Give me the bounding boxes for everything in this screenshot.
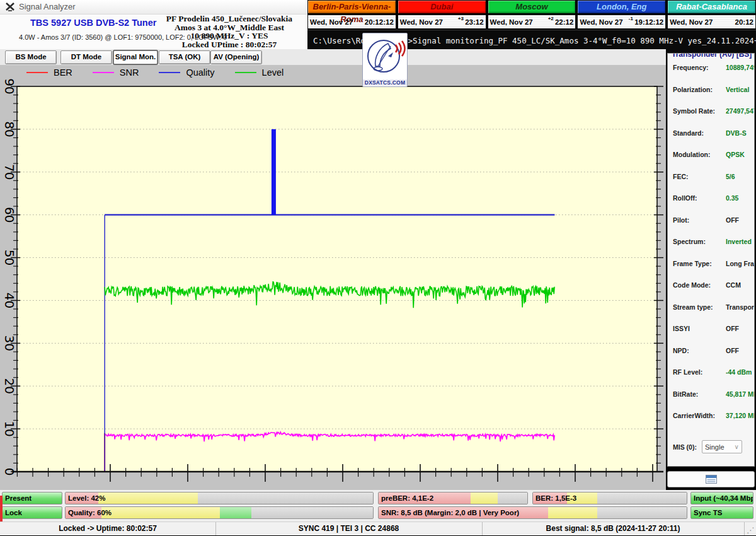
legend-item-snr: SNR xyxy=(93,67,139,78)
clock-city: Rabat-Casablanca xyxy=(667,0,756,14)
transponder-row-label: Code Mode: xyxy=(673,281,726,289)
transponder-row: CarrierWidth:37,120 MHz xyxy=(668,408,754,430)
gauge-segment-yellow xyxy=(548,507,597,518)
clock-city: Dubai xyxy=(398,0,486,14)
mis-label: MIS (0): xyxy=(673,443,697,451)
transponder-row-label: Polarization: xyxy=(673,86,726,93)
legend-swatch xyxy=(159,72,180,73)
legend-swatch xyxy=(235,72,256,73)
transponder-row: RF Level:-44 dBm xyxy=(668,364,754,387)
transponder-row-label: Symbol Rate: xyxy=(673,107,726,115)
dish-info-line4: Locked UPtime : 80:02:57 xyxy=(151,40,307,49)
transponder-row: FEC:5/6 xyxy=(668,169,754,191)
gauge-segment-yellow xyxy=(471,492,497,504)
transponder-row-value: 45,817 Mbit/s xyxy=(726,390,755,398)
resize-grip[interactable]: ⋰ xyxy=(747,526,754,535)
signal-chart-area: BERSNRQualityLevel 9080706050403020100 xyxy=(0,65,666,490)
status-bar: ⋰ Locked -> Uptime: 80:02:57SYNC 419 | T… xyxy=(0,521,756,535)
transponder-row: Spectrum:Inverted xyxy=(668,234,754,256)
transponder-row-label: CarrierWidth: xyxy=(673,412,726,419)
transponder-row: Code Mode:CCM xyxy=(668,277,754,300)
tab-signal-mon[interactable]: Signal Mon. xyxy=(113,50,158,64)
transponder-row: Stream type:Transport xyxy=(668,300,754,322)
gauge-segment-yellow xyxy=(101,507,220,518)
transponder-row-label: NPD: xyxy=(673,347,726,354)
clock-city: London, Eng xyxy=(577,0,666,14)
window-title: Signal Analyzer xyxy=(19,2,76,11)
legend-label: Quality xyxy=(186,67,214,78)
dish-info-line1: PF Prodelin 450_Lučenec/Slovakia xyxy=(151,15,307,23)
statusbar-section-2: SYNC 419 | TEI 3 | CC 24868 xyxy=(215,522,483,535)
svg-text:90: 90 xyxy=(2,78,17,94)
tab-dt-mode[interactable]: DT Mode xyxy=(60,50,112,64)
transponder-row: Frequency:10889,749 MHz xyxy=(668,60,754,82)
svg-text:50: 50 xyxy=(2,250,17,265)
clock-4: London, EngWed, Nov 27-1 19:12:12 xyxy=(577,0,666,30)
legend-label: Level xyxy=(262,67,284,78)
gauge-segment-gray xyxy=(251,507,373,518)
legend-item-quality: Quality xyxy=(159,67,214,78)
clock-datetime: Wed, Nov 2720:12 xyxy=(667,15,756,29)
transponder-row: NPD:OFF xyxy=(668,343,754,365)
transponder-panel: Transponder (A0) [BS] Frequency:10889,74… xyxy=(667,53,755,467)
tuner-name: TBS 5927 USB DVB-S2 Tuner xyxy=(30,18,156,28)
transponder-row-value: QPSK xyxy=(726,151,745,158)
transponder-row-value: Transport xyxy=(726,303,755,311)
transponder-row-label: FEC: xyxy=(673,173,726,180)
gauge-label: Quality: 60% xyxy=(68,507,112,518)
transponder-row-label: RF Level: xyxy=(673,368,726,376)
window-header: Signal Analyzer TBS 5927 USB DVB-S2 Tune… xyxy=(0,0,307,49)
title-bar: Signal Analyzer xyxy=(0,0,307,15)
gauge-input: Input (~40,34 Mbps) xyxy=(690,492,753,504)
transponder-row: Standard:DVB-S xyxy=(668,125,754,148)
svg-text:30: 30 xyxy=(2,335,17,351)
transponder-row-label: Modulation: xyxy=(673,151,726,158)
transponder-row-value: 10889,749 MHz xyxy=(726,64,755,71)
legend-swatch xyxy=(93,72,114,73)
tab-tsa-ok[interactable]: TSA (OK) xyxy=(159,50,210,64)
clock-5: Rabat-CasablancaWed, Nov 2720:12 xyxy=(667,0,756,30)
statusbar-section-1: Locked -> Uptime: 80:02:57 xyxy=(0,522,216,535)
transponder-row-value: 0.35 xyxy=(726,194,738,202)
chevron-down-icon: ∨ xyxy=(735,443,739,450)
gauge-ber: BER: 1,5E-3 xyxy=(532,492,687,504)
transponder-row-value: Long Frame xyxy=(726,260,755,267)
mis-select-value: Single xyxy=(705,443,724,451)
gauge-quality: Quality: 60% xyxy=(65,506,374,519)
transponder-row-value: OFF xyxy=(726,325,739,332)
tab-av-opening[interactable]: AV (Opening) xyxy=(210,50,262,64)
dish-info-block: PF Prodelin 450_Lučenec/Slovakia Amos 3 … xyxy=(151,15,307,49)
gauge-zone: PresentLevel: 42%preBER: 4,1E-2BER: 1,5E… xyxy=(0,490,756,521)
transponder-row: Modulation:QPSK xyxy=(668,147,754,169)
clock-city: Moscow xyxy=(488,0,576,14)
transponder-row-value: -44 dBm xyxy=(726,368,752,376)
mis-select[interactable]: Single ∨ xyxy=(702,440,742,453)
transponder-panel-header: Transponder (A0) [BS] xyxy=(672,53,754,59)
transponder-row-value: OFF xyxy=(726,347,739,354)
legend-item-ber: BER xyxy=(26,67,72,78)
signal-chart-svg: 9080706050403020100 xyxy=(0,65,666,490)
transponder-row: ISSYIOFF xyxy=(668,321,754,343)
gauge-label: Level: 42% xyxy=(68,492,105,504)
dish-info-line3: 10 890 MHz_V : YES xyxy=(151,32,307,40)
transponder-row: Polarization:Vertical xyxy=(668,82,754,104)
svg-text:60: 60 xyxy=(2,207,17,223)
gauge-snr: SNR: 8,5 dB (Margin: 2,0 dB | Very Poor) xyxy=(378,506,687,519)
transponder-row-label: ISSYI xyxy=(673,325,726,332)
gauge-label: Present xyxy=(5,492,32,504)
clock-datetime: Wed, Nov 27+3 23:12 xyxy=(398,15,486,29)
statusbar-section-3: Best signal: 8,5 dB (2024-11-27 20:11) xyxy=(482,522,745,535)
tab-bs-mode[interactable]: BS Mode xyxy=(5,50,57,64)
dish-info-line2: Amos 3 at 4.0°W_Middle East xyxy=(151,23,307,32)
gauge-label: Lock xyxy=(5,507,22,518)
panel-bottom-button[interactable] xyxy=(667,471,755,487)
transponder-row-label: Spectrum: xyxy=(673,238,726,245)
chart-legend: BERSNRQualityLevel xyxy=(26,67,284,78)
legend-swatch xyxy=(26,72,48,73)
clock-2: DubaiWed, Nov 27+3 23:12 xyxy=(398,0,486,30)
transponder-row-value: CCM xyxy=(726,281,741,289)
transponder-row-label: Stream type: xyxy=(673,303,726,311)
gauge-present: Present xyxy=(2,492,62,504)
transponder-row-value: 5/6 xyxy=(726,173,735,180)
legend-label: SNR xyxy=(120,67,139,78)
